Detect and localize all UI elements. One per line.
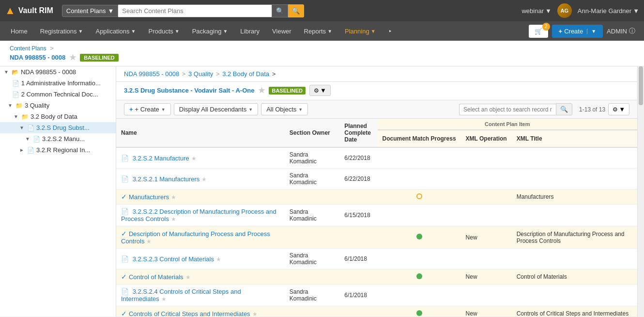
row-star-icon[interactable]: ★ xyxy=(216,256,221,263)
search-container: Content Plans ▼ 🔍 🔍 xyxy=(62,4,304,17)
nav-registrations[interactable]: Registrations▼ xyxy=(34,24,89,39)
webinar-button[interactable]: webinar ▼ xyxy=(521,7,551,15)
row-star-icon[interactable]: ★ xyxy=(146,238,152,245)
search-input[interactable] xyxy=(118,4,272,17)
row-star-icon[interactable]: ★ xyxy=(252,311,258,317)
cell-xml-op xyxy=(461,249,512,269)
green-dot-icon xyxy=(416,234,422,239)
row-name-link[interactable]: 3.2.S.2.4 Controls of Critical Steps and… xyxy=(121,288,241,302)
webinar-caret: ▼ xyxy=(545,7,552,15)
cell-planned-date: 6/1/2018 xyxy=(339,249,377,269)
row-star-icon[interactable]: ★ xyxy=(191,155,197,162)
section-star-icon[interactable]: ★ xyxy=(258,86,265,95)
search-buttons: 🔍 🔍 xyxy=(272,4,304,17)
search-records-button[interactable]: 🔍 xyxy=(556,103,572,115)
sidebar-label-mfr: 3.2.S.2 Manu... xyxy=(42,135,85,143)
spacer xyxy=(8,80,9,86)
row-star-icon[interactable]: ★ xyxy=(185,274,191,281)
sidebar-item-manufacture[interactable]: ▼ 📄 3.2.S.2 Manu... xyxy=(0,133,116,144)
create-record-button[interactable]: + + Create ▼ xyxy=(124,103,171,115)
sidebar-item-drug-substance[interactable]: ▼ 📄 3.2.S Drug Subst... xyxy=(0,122,116,133)
page-title-text: NDA 998855 - 0008 xyxy=(10,54,65,61)
row-name-link[interactable]: Description of Manufacturing Process and… xyxy=(121,230,270,245)
sidebar-item-admin[interactable]: 📄 1 Administrative Informatio... xyxy=(0,78,116,89)
user-name-button[interactable]: Ann-Marie Gardner ▼ xyxy=(578,7,639,15)
cell-section-owner xyxy=(285,226,340,249)
row-star-icon[interactable]: ★ xyxy=(171,194,176,201)
sub-bc-nda[interactable]: NDA 998855 - 0008 xyxy=(124,70,179,78)
scroll-track[interactable] xyxy=(638,66,644,317)
cell-xml-title: Control of Materials xyxy=(512,269,637,285)
sidebar-item-common[interactable]: 📄 2 Common Technical Doc... xyxy=(0,89,116,100)
doc-icon-mfr: 📄 xyxy=(33,136,40,143)
cart-button[interactable]: 🛒 2 xyxy=(529,25,548,38)
nav-products[interactable]: Products▼ xyxy=(142,24,185,39)
sidebar-item-regional[interactable]: ► 📄 3.2.R Regional In... xyxy=(0,144,116,156)
row-name-link[interactable]: 3.2.S.2.1 Manufacturers xyxy=(133,175,200,183)
logo-text: Vault RIM xyxy=(18,6,53,15)
admin-button[interactable]: ADMIN ⓘ xyxy=(603,27,639,35)
nav-right: 🛒 2 + Create ▼ ADMIN ⓘ xyxy=(529,25,639,38)
nav-planning-caret: ▼ xyxy=(371,29,376,34)
cell-xml-title xyxy=(512,285,637,306)
row-star-icon[interactable]: ★ xyxy=(201,176,207,183)
gear-button[interactable]: ⚙ ▼ xyxy=(309,85,331,96)
nav-applications-caret: ▼ xyxy=(131,29,136,34)
main-content: ▼ 📂 NDA 998855 - 0008 📄 1 Administrative… xyxy=(0,66,644,317)
nav-planning[interactable]: Planning▼ xyxy=(339,24,382,39)
row-star-icon[interactable]: ★ xyxy=(171,216,176,222)
row-name-link[interactable]: 3.2.S.2 Manufacture xyxy=(133,155,189,162)
sidebar-item-body[interactable]: ▼ 📁 3.2 Body of Data xyxy=(0,111,116,122)
table-settings-button[interactable]: ⚙ ▼ xyxy=(608,103,629,115)
check-icon: ✓ xyxy=(121,230,129,238)
row-star-icon[interactable]: ★ xyxy=(161,296,167,302)
nav-more[interactable]: ‣ xyxy=(383,24,398,39)
sub-bc-body[interactable]: 3.2 Body of Data xyxy=(222,70,269,78)
search-records-input[interactable] xyxy=(459,104,556,115)
create-dropdown-caret: ▼ xyxy=(161,107,166,112)
all-objects-button[interactable]: All Objects ▼ xyxy=(261,103,308,115)
col-planned-date-header: Planned Complete Date xyxy=(339,119,377,147)
breadcrumb-parent[interactable]: Content Plans xyxy=(10,45,46,52)
row-name-link[interactable]: Manufacturers xyxy=(129,193,169,201)
row-name-link[interactable]: Control of Materials xyxy=(129,273,184,281)
table-container: Name Section Owner Planned Complete Date… xyxy=(116,119,637,317)
cell-planned-date xyxy=(339,190,377,205)
nav-home[interactable]: Home xyxy=(5,24,33,39)
cell-planned-date: 6/15/2018 xyxy=(339,205,377,226)
nav-reports[interactable]: Reports▼ xyxy=(298,24,338,39)
nav-viewer[interactable]: Viewer xyxy=(266,24,297,39)
create-plus: + xyxy=(129,106,133,113)
create-button[interactable]: + Create ▼ xyxy=(552,25,603,38)
sidebar-item-quality[interactable]: ▼ 📁 3 Quality xyxy=(0,100,116,111)
cell-name: 📄 3.2.S.2 Manufacture★ xyxy=(116,147,285,169)
breadcrumb-separator: > xyxy=(50,45,54,52)
cell-planned-date: 6/22/2018 xyxy=(339,147,377,169)
scroll-thumb[interactable] xyxy=(639,66,643,105)
nav-library-label: Library xyxy=(240,28,260,35)
search-glasses-button[interactable]: 🔍 xyxy=(272,4,288,17)
cell-section-owner xyxy=(285,306,340,317)
cell-planned-date xyxy=(339,226,377,249)
sub-bc-quality[interactable]: 3 Quality xyxy=(188,70,213,78)
create-caret: ▼ xyxy=(587,29,596,34)
display-descendants-button[interactable]: Display All Descendants ▼ xyxy=(174,103,258,115)
row-name-link[interactable]: Controls of Critical Steps and Intermedi… xyxy=(129,310,250,317)
cell-planned-date: 6/22/2018 xyxy=(339,169,377,190)
nav-applications[interactable]: Applications▼ xyxy=(90,24,141,39)
search-submit-button[interactable]: 🔍 xyxy=(288,4,304,17)
cell-planned-date xyxy=(339,269,377,285)
row-name-link[interactable]: 3.2.S.2.2 Description of Manufacturing P… xyxy=(121,208,276,222)
page-star-icon[interactable]: ★ xyxy=(69,53,76,62)
row-name-link[interactable]: 3.2.S.2.3 Control of Materials xyxy=(133,255,214,263)
search-type-dropdown[interactable]: Content Plans ▼ xyxy=(62,5,119,17)
col-xml-op-header: XML Operation xyxy=(461,130,512,147)
nav-library[interactable]: Library xyxy=(234,24,265,39)
cell-xml-op xyxy=(461,285,512,306)
sidebar-item-nda[interactable]: ▼ 📂 NDA 998855 - 0008 xyxy=(0,66,116,78)
sidebar-label-admin: 1 Administrative Informatio... xyxy=(21,79,101,87)
table-row: ✓ Control of Materials★NewControl of Mat… xyxy=(116,269,637,285)
nav-packaging[interactable]: Packaging▼ xyxy=(186,24,234,39)
scrollbar[interactable] xyxy=(637,66,644,317)
user-name-label: Ann-Marie Gardner xyxy=(578,7,631,15)
